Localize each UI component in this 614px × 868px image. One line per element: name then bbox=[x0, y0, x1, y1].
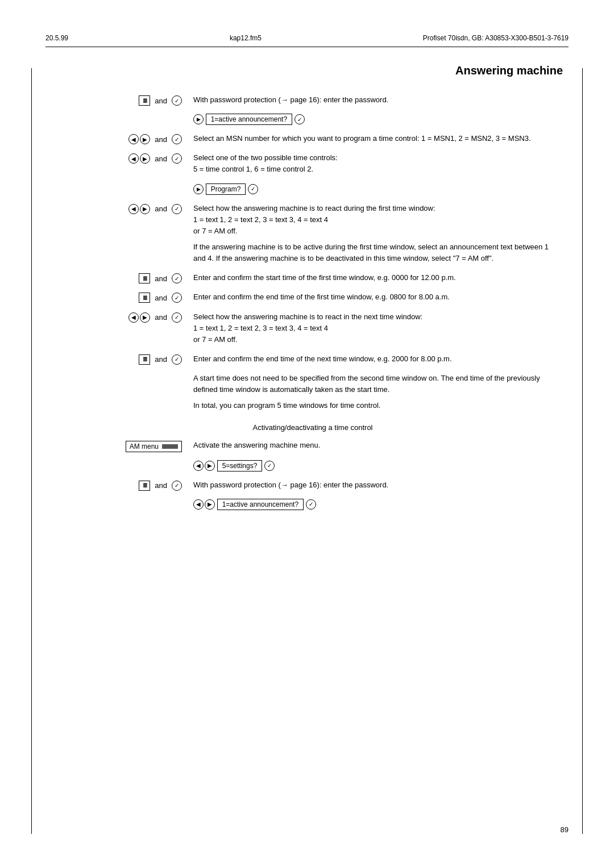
menu-icon-et1: ≣ bbox=[139, 293, 150, 303]
check-icon-msn: ✓ bbox=[172, 134, 182, 144]
nav-pair-settings: ◀ ▶ bbox=[193, 461, 215, 471]
row-right-fw: Select how the answering machine is to r… bbox=[193, 203, 557, 265]
row-right-am: Activate the answering machine menu. bbox=[193, 440, 557, 451]
row-left-nw: ◀ ▶ and ✓ bbox=[68, 311, 193, 323]
page: 20.5.99 kap12.fm5 Profiset 70isdn, GB: A… bbox=[0, 0, 614, 868]
nav-left-active2: ◀ bbox=[193, 499, 204, 510]
row-right-p2: With password protection (→ page 16): en… bbox=[193, 479, 557, 491]
and-text-tc: and bbox=[155, 155, 167, 163]
nav-left-tc: ◀ bbox=[128, 153, 139, 164]
and-text-p2: and bbox=[155, 481, 167, 490]
display-row-program: ▶ Program? ✓ bbox=[193, 183, 557, 195]
page-number: 89 bbox=[561, 825, 569, 834]
header-filename: kap12.fm5 bbox=[230, 34, 262, 42]
row-left-timecontrol: ◀ ▶ and ✓ bbox=[68, 152, 193, 164]
nav-right-nw: ▶ bbox=[140, 312, 150, 323]
am-menu-label: AM menu bbox=[126, 441, 182, 452]
nav-right-settings: ▶ bbox=[205, 461, 215, 471]
row-right-tc: Select one of the two possible time cont… bbox=[193, 152, 557, 175]
row-left-am: AM menu bbox=[68, 440, 193, 452]
row-am-menu: AM menu Activate the answering machine m… bbox=[68, 440, 557, 452]
check-icon-et1: ✓ bbox=[172, 293, 182, 303]
row-password-1: ≣ and ✓ With password protection (→ page… bbox=[68, 94, 557, 106]
row-left-1: ≣ and ✓ bbox=[68, 94, 193, 106]
section-heading-activate: Activating/deactivating a time control bbox=[68, 423, 557, 432]
check-icon-display-1: ✓ bbox=[294, 114, 305, 124]
nav-pair-active2: ◀ ▶ bbox=[193, 499, 215, 510]
check-icon-program: ✓ bbox=[248, 184, 258, 194]
and-text-1: and bbox=[155, 97, 167, 105]
left-margin-line bbox=[31, 68, 32, 834]
icon-group-nw: ◀ ▶ and ✓ bbox=[128, 312, 182, 323]
nav-right-active2: ▶ bbox=[205, 499, 215, 510]
nav-pair-msn: ◀ ▶ bbox=[128, 134, 150, 144]
row-left-msn: ◀ ▶ and ✓ bbox=[68, 133, 193, 144]
row-starttime-1: ≣ and ✓ Enter and confirm the start time… bbox=[68, 272, 557, 283]
row-left-fw: ◀ ▶ and ✓ bbox=[68, 203, 193, 214]
row-nextwindow: ◀ ▶ and ✓ Select how the answering machi… bbox=[68, 311, 557, 345]
header-date: 20.5.99 bbox=[45, 34, 68, 42]
display-box-program: Program? bbox=[206, 183, 246, 195]
row-right-nw: Select how the answering machine is to r… bbox=[193, 311, 557, 345]
row-right-et1: Enter and confirm the end time of the fi… bbox=[193, 291, 557, 303]
display-box-settings: 5=settings? bbox=[217, 460, 263, 471]
row-left-p2: ≣ and ✓ bbox=[68, 479, 193, 491]
right-margin-line bbox=[582, 68, 583, 834]
row-right-1: With password protection (→ page 16): en… bbox=[193, 94, 557, 106]
icon-group-msn: ◀ ▶ and ✓ bbox=[128, 134, 182, 144]
check-icon-nw: ✓ bbox=[172, 312, 182, 323]
nav-left-fw: ◀ bbox=[128, 204, 139, 214]
check-icon-tc: ✓ bbox=[172, 153, 182, 164]
header-product: Profiset 70isdn, GB: A30853-X300-B501-3-… bbox=[423, 34, 569, 42]
nav-right-msn: ▶ bbox=[140, 134, 150, 144]
row-msn: ◀ ▶ and ✓ Select an MSN number for which… bbox=[68, 133, 557, 144]
icon-group-st1: ≣ and ✓ bbox=[139, 273, 182, 283]
check-icon-fw: ✓ bbox=[172, 204, 182, 214]
nav-left-msn: ◀ bbox=[128, 134, 139, 144]
am-menu-bar bbox=[162, 444, 178, 449]
menu-icon-st1: ≣ bbox=[139, 273, 150, 283]
and-text-etn: and bbox=[155, 355, 167, 364]
row-left-st1: ≣ and ✓ bbox=[68, 272, 193, 283]
row-left-etn: ≣ and ✓ bbox=[68, 353, 193, 365]
nav-pair-tc: ◀ ▶ bbox=[128, 153, 150, 164]
page-header: 20.5.99 kap12.fm5 Profiset 70isdn, GB: A… bbox=[45, 34, 569, 47]
row-right-st1: Enter and confirm the start time of the … bbox=[193, 272, 557, 283]
check-icon-active2: ✓ bbox=[306, 499, 316, 510]
content-area: ≣ and ✓ With password protection (→ page… bbox=[68, 94, 557, 510]
menu-icon-etn: ≣ bbox=[139, 354, 150, 365]
play-icon-program: ▶ bbox=[193, 184, 204, 194]
nav-pair-nw: ◀ ▶ bbox=[128, 312, 150, 323]
check-icon-etn: ✓ bbox=[172, 354, 182, 365]
check-icon-p2: ✓ bbox=[172, 481, 182, 491]
row-left-text-only bbox=[68, 373, 193, 374]
page-title: Answering machine bbox=[45, 64, 569, 77]
play-icon-1: ▶ bbox=[193, 114, 204, 124]
icon-group-p2: ≣ and ✓ bbox=[139, 481, 182, 491]
nav-right-tc: ▶ bbox=[140, 153, 150, 164]
nav-right-fw: ▶ bbox=[140, 204, 150, 214]
row-right-msn: Select an MSN number for which you want … bbox=[193, 133, 557, 144]
row-text-only: A start time does not need to be specifi… bbox=[68, 373, 557, 411]
menu-icon-1: ≣ bbox=[139, 95, 150, 106]
and-text-msn: and bbox=[155, 135, 167, 144]
display-row-1: ▶ 1=active announcement? ✓ bbox=[193, 114, 557, 125]
and-text-et1: and bbox=[155, 294, 167, 302]
nav-left-settings: ◀ bbox=[193, 461, 204, 471]
icon-group-1: ≣ and ✓ bbox=[139, 95, 182, 106]
and-text-st1: and bbox=[155, 274, 167, 283]
display-box-active2: 1=active announcement? bbox=[217, 499, 304, 510]
and-text-fw: and bbox=[155, 205, 167, 213]
icon-group-et1: ≣ and ✓ bbox=[139, 293, 182, 303]
icon-group-fw: ◀ ▶ and ✓ bbox=[128, 204, 182, 214]
menu-icon-p2: ≣ bbox=[139, 481, 150, 491]
nav-pair-fw: ◀ ▶ bbox=[128, 204, 150, 214]
row-timecontrol: ◀ ▶ and ✓ Select one of the two possible… bbox=[68, 152, 557, 175]
icon-group-etn: ≣ and ✓ bbox=[139, 354, 182, 365]
row-left-et1: ≣ and ✓ bbox=[68, 291, 193, 303]
row-right-text-only: A start time does not need to be specifi… bbox=[193, 373, 557, 411]
display-row-settings: ◀ ▶ 5=settings? ✓ bbox=[193, 460, 557, 471]
row-endtime-1: ≣ and ✓ Enter and confirm the end time o… bbox=[68, 291, 557, 303]
row-firstwindow: ◀ ▶ and ✓ Select how the answering machi… bbox=[68, 203, 557, 265]
display-box-1: 1=active announcement? bbox=[206, 114, 292, 125]
